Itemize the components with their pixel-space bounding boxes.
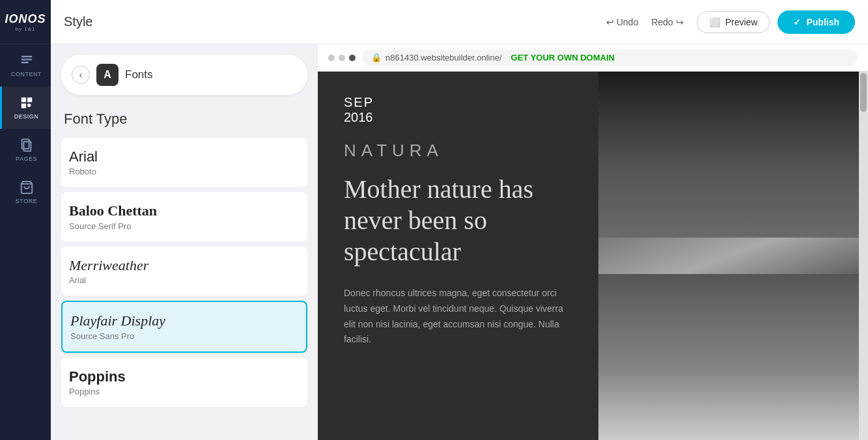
svg-rect-1 [21,59,32,60]
redo-button[interactable]: Redo ↪ [646,13,688,31]
sidebar-label-content: CONTENT [11,71,42,77]
publish-label: Publish [806,17,839,27]
description-text: Donec rhoncus ultrices magna, eget conse… [344,286,565,348]
body-area: ‹ A Fonts Font Type ArialRobotoBaloo Che… [51,44,868,440]
font-item-merriweather[interactable]: MerriweatherArial [61,247,307,296]
url-text: n861430.websitebuilder.online/ [385,53,502,62]
lock-icon: 🔒 [371,53,382,62]
dot-2 [339,55,345,61]
svg-rect-4 [23,142,31,152]
sidebar-label-pages: PAGES [16,156,37,162]
font-panel-icon: A [96,64,119,86]
font-list: ArialRobotoBaloo ChettanSource Serif Pro… [51,138,318,412]
brand-sidebar: IONOS by 1&1 CONTENT DESIGN PAGES STORE [0,0,51,440]
date-section: SEP 2016 [344,95,572,125]
dot-1 [328,55,335,61]
svg-rect-3 [21,139,29,149]
website-preview: SEP 2016 NATURA Mother nature has never … [318,72,859,440]
browser-dots [328,55,356,61]
font-item-playfair-display[interactable]: Playfair DisplaySource Sans Pro [61,301,307,352]
main-headline: Mother nature has never been so spectacu… [344,174,572,268]
sidebar-item-store[interactable]: STORE [0,171,51,213]
sidebar-label-design: DESIGN [14,113,39,120]
preview-button[interactable]: ⬜ Preview [697,11,770,33]
url-promo: GET YOUR OWN DOMAIN [511,53,615,62]
svg-rect-0 [21,56,32,57]
website-image-section [598,72,859,440]
topbar: Style ↩ Undo Redo ↪ ⬜ Preview ✓ Publish [51,0,868,44]
font-item-arial[interactable]: ArialRoboto [61,138,307,187]
scroll-thumb [860,73,867,112]
style-panel: ‹ A Fonts Font Type ArialRobotoBaloo Che… [51,44,318,440]
publish-button[interactable]: ✓ Publish [777,10,855,34]
browser-url-bar[interactable]: 🔒 n861430.websitebuilder.online/ GET YOU… [362,49,858,66]
preview-icon: ⬜ [709,17,720,27]
website-content: SEP 2016 NATURA Mother nature has never … [318,72,859,440]
sidebar-item-design[interactable]: DESIGN [0,87,51,129]
panel-title: Fonts [125,68,153,81]
date-month: SEP [344,95,572,110]
sidebar-label-store: STORE [16,198,37,204]
brand-logo: IONOS by 1&1 [0,0,51,44]
natura-title: NATURA [344,141,572,161]
undo-arrow-icon: ↩ [606,17,614,27]
preview-area: 🔒 n861430.websitebuilder.online/ GET YOU… [318,44,868,440]
preview-label: Preview [725,17,758,27]
font-item-baloo-chettan[interactable]: Baloo ChettanSource Serif Pro [61,192,307,241]
coastal-image [598,72,859,440]
redo-arrow-icon: ↪ [676,17,684,27]
font-type-heading: Font Type [51,105,318,138]
undo-label: Undo [617,17,638,27]
font-item-poppins[interactable]: PoppinsPoppins [61,358,307,407]
topbar-actions: ↩ Undo Redo ↪ ⬜ Preview ✓ Publish [601,10,855,34]
logo-text: IONOS [5,12,46,26]
panel-back-button[interactable]: ‹ [72,66,90,84]
date-year: 2016 [344,110,572,125]
main-area: Style ↩ Undo Redo ↪ ⬜ Preview ✓ Publish [51,0,868,440]
sidebar-item-content[interactable]: CONTENT [0,44,51,87]
checkmark-icon: ✓ [793,17,801,27]
svg-rect-2 [21,62,28,63]
dot-3 [349,55,356,61]
logo-sub: by 1&1 [16,26,36,32]
nav-items: CONTENT DESIGN PAGES STORE [0,44,51,440]
panel-header: ‹ A Fonts [61,55,307,95]
sidebar-item-pages[interactable]: PAGES [0,129,51,171]
website-text-section: SEP 2016 NATURA Mother nature has never … [318,72,598,440]
scroll-indicator[interactable] [859,72,868,440]
undo-redo-group: ↩ Undo Redo ↪ [601,13,689,31]
page-title: Style [64,14,593,29]
redo-label: Redo [651,17,673,27]
browser-bar: 🔒 n861430.websitebuilder.online/ GET YOU… [318,44,868,72]
undo-button[interactable]: ↩ Undo [601,13,643,31]
chevron-left-icon: ‹ [79,70,83,80]
